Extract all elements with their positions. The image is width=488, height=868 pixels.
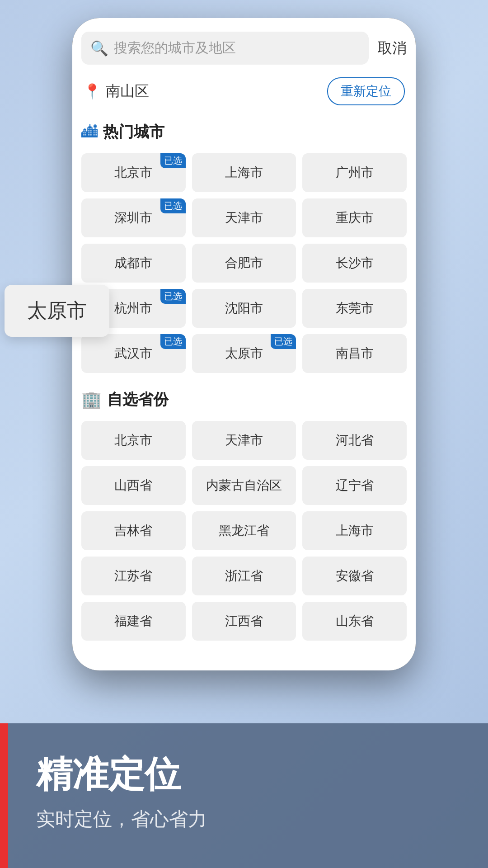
- city-shenzhen[interactable]: 深圳市: [81, 198, 186, 237]
- hot-cities-header: 🏙 热门城市: [81, 122, 407, 142]
- phone-frame: 🔍 搜索您的城市及地区 取消 📍 南山区 重新定位 🏙 热门城市 北京市 上海市…: [72, 18, 416, 670]
- prov-hebei[interactable]: 河北省: [302, 421, 407, 460]
- phone-screen: 🔍 搜索您的城市及地区 取消 📍 南山区 重新定位 🏙 热门城市 北京市 上海市…: [72, 18, 416, 670]
- city-hefei[interactable]: 合肥市: [192, 244, 296, 283]
- tooltip-bubble: 太原市: [5, 285, 109, 337]
- prov-jiangxi[interactable]: 江西省: [192, 602, 296, 641]
- hot-cities-icon: 🏙: [81, 123, 98, 142]
- city-beijing[interactable]: 北京市: [81, 153, 186, 192]
- location-pin-icon: 📍: [83, 83, 101, 100]
- province-title: 自选省份: [107, 389, 169, 410]
- prov-fujian[interactable]: 福建省: [81, 602, 186, 641]
- search-bar: 🔍 搜索您的城市及地区 取消: [81, 32, 407, 65]
- location-left: 📍 南山区: [83, 81, 149, 101]
- city-dongguan[interactable]: 东莞市: [302, 289, 407, 328]
- city-guangzhou[interactable]: 广州市: [302, 153, 407, 192]
- promo-subtitle: 实时定位，省心省力: [36, 807, 452, 832]
- city-taiyuan[interactable]: 太原市: [192, 334, 296, 373]
- search-icon: 🔍: [90, 40, 108, 57]
- province-icon: 🏢: [81, 390, 102, 409]
- prov-anhui[interactable]: 安徽省: [302, 557, 407, 595]
- city-wuhan[interactable]: 武汉市: [81, 334, 186, 373]
- relocate-button[interactable]: 重新定位: [327, 77, 405, 105]
- cancel-button[interactable]: 取消: [378, 38, 407, 58]
- city-chengdu[interactable]: 成都市: [81, 244, 186, 283]
- city-chongqing[interactable]: 重庆市: [302, 198, 407, 237]
- prov-liaoning[interactable]: 辽宁省: [302, 466, 407, 505]
- province-header: 🏢 自选省份: [81, 389, 407, 410]
- province-grid: 北京市 天津市 河北省 山西省 内蒙古自治区 辽宁省 吉林省 黑龙江省 上海市 …: [81, 421, 407, 641]
- prov-neimenggu[interactable]: 内蒙古自治区: [192, 466, 296, 505]
- hot-cities-grid: 北京市 上海市 广州市 深圳市 天津市 重庆市 成都市 合肥市 长沙市 杭州市 …: [81, 153, 407, 373]
- prov-shanxi[interactable]: 山西省: [81, 466, 186, 505]
- promo-title: 精准定位: [36, 750, 452, 799]
- prov-jiangsu[interactable]: 江苏省: [81, 557, 186, 595]
- prov-tianjin[interactable]: 天津市: [192, 421, 296, 460]
- search-input-wrapper[interactable]: 🔍 搜索您的城市及地区: [81, 32, 369, 65]
- city-shanghai[interactable]: 上海市: [192, 153, 296, 192]
- hot-cities-title: 热门城市: [103, 122, 164, 142]
- prov-zhejiang[interactable]: 浙江省: [192, 557, 296, 595]
- prov-shandong[interactable]: 山东省: [302, 602, 407, 641]
- city-shenyang[interactable]: 沈阳市: [192, 289, 296, 328]
- prov-jilin[interactable]: 吉林省: [81, 511, 186, 550]
- prov-shanghai[interactable]: 上海市: [302, 511, 407, 550]
- current-location: 南山区: [106, 81, 149, 101]
- prov-heilongjiang[interactable]: 黑龙江省: [192, 511, 296, 550]
- city-nanchang[interactable]: 南昌市: [302, 334, 407, 373]
- promo-accent-bar: [0, 723, 8, 868]
- city-changsha[interactable]: 长沙市: [302, 244, 407, 283]
- prov-beijing[interactable]: 北京市: [81, 421, 186, 460]
- promo-section: 精准定位 实时定位，省心省力: [0, 723, 488, 868]
- city-tianjin[interactable]: 天津市: [192, 198, 296, 237]
- search-placeholder: 搜索您的城市及地区: [114, 39, 360, 57]
- location-row: 📍 南山区 重新定位: [81, 77, 407, 105]
